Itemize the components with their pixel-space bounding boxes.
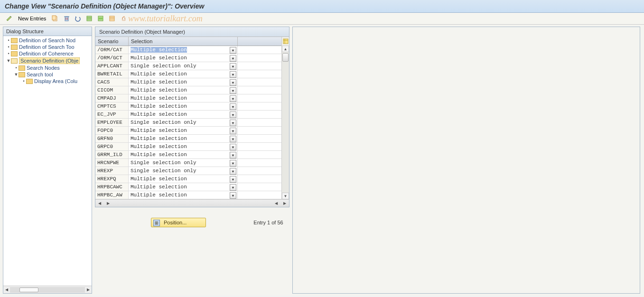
cell-selection[interactable]: Multiple selection▼ <box>129 127 238 134</box>
dropdown-icon[interactable]: ▼ <box>230 87 236 94</box>
deselect-all-icon[interactable] <box>108 14 116 23</box>
prev-col-icon[interactable]: ▶ <box>105 200 112 207</box>
table-row[interactable]: GRRM_ILDMultiple selection▼ <box>95 151 281 159</box>
cell-scenario[interactable]: HRPBCAWC <box>95 183 129 191</box>
cell-scenario[interactable]: HRCNPWE <box>95 159 129 167</box>
tree-item[interactable]: •Definition of Search Too <box>3 44 92 50</box>
last-col-icon[interactable]: ▶ <box>281 200 288 207</box>
cell-selection[interactable]: Multiple selection▼ <box>129 191 238 199</box>
dropdown-icon[interactable]: ▼ <box>230 55 236 62</box>
cell-selection[interactable]: Multiple selection▼ <box>129 102 238 110</box>
table-settings-icon[interactable] <box>282 37 289 46</box>
tree-item[interactable]: •Definition of Coherence <box>3 50 92 57</box>
cell-scenario[interactable]: GRRM_ILD <box>95 151 129 158</box>
dropdown-icon[interactable]: ▼ <box>230 63 236 70</box>
cell-selection[interactable]: Single selection only▼ <box>129 167 238 175</box>
table-row[interactable]: CMPTCSMultiple selection▼ <box>95 102 281 111</box>
scroll-thumb[interactable] <box>19 288 38 292</box>
tree-toggle-icon[interactable]: • <box>6 38 11 43</box>
dropdown-icon[interactable]: ▼ <box>230 128 236 134</box>
table-row[interactable]: HRPBC_AWMultiple selection▼ <box>95 191 281 199</box>
dropdown-icon[interactable]: ▼ <box>230 95 236 102</box>
table-row[interactable]: EMPLOYEESingle selection only▼ <box>95 119 281 127</box>
cell-selection[interactable]: Multiple selection▼ <box>129 183 238 191</box>
table-row[interactable]: HRPBCAWCMultiple selection▼ <box>95 183 281 191</box>
select-block-icon[interactable] <box>96 14 105 23</box>
cell-selection[interactable]: Multiple selection▼ <box>129 54 238 62</box>
table-vertical-scrollbar[interactable]: ▲ ▼ <box>282 46 289 199</box>
cell-selection[interactable]: Single selection only▼ <box>129 62 238 70</box>
tree-item[interactable]: •Search Nodes <box>3 65 92 71</box>
col-header-selection[interactable]: Selection <box>129 37 238 46</box>
cell-selection[interactable]: Single selection only▼ <box>129 159 238 167</box>
dropdown-icon[interactable]: ▼ <box>230 184 236 191</box>
undo-change-icon[interactable] <box>74 14 82 23</box>
cell-scenario[interactable]: /ORM/CAT <box>95 46 129 54</box>
cell-scenario[interactable]: APPLCANT <box>95 62 129 70</box>
col-header-scenario[interactable]: Scenario <box>95 37 129 46</box>
dropdown-icon[interactable]: ▼ <box>230 71 236 78</box>
scroll-left-icon[interactable]: ◀ <box>3 287 10 293</box>
first-col-icon[interactable]: ◀ <box>96 200 103 207</box>
table-row[interactable]: CACSMultiple selection▼ <box>95 78 281 86</box>
table-row[interactable]: FOPC0Multiple selection▼ <box>95 127 281 135</box>
vscroll-thumb[interactable] <box>282 53 289 62</box>
cell-scenario[interactable]: CMPTCS <box>95 102 129 110</box>
cell-scenario[interactable]: GRPC0 <box>95 143 129 150</box>
scroll-down-icon[interactable]: ▼ <box>282 193 289 199</box>
vscroll-track[interactable] <box>282 52 289 193</box>
cell-scenario[interactable]: CACS <box>95 78 129 86</box>
dropdown-icon[interactable]: ▼ <box>230 176 236 183</box>
cell-selection[interactable]: Multiple selection▼ <box>129 111 238 118</box>
delete-icon[interactable] <box>62 14 71 23</box>
cell-selection[interactable]: Multiple selection▼ <box>129 78 238 86</box>
dropdown-icon[interactable]: ▼ <box>230 103 236 110</box>
dropdown-icon[interactable]: ▼ <box>230 111 236 118</box>
table-row[interactable]: HRCNPWESingle selection only▼ <box>95 159 281 167</box>
tree-toggle-icon[interactable]: ▼ <box>14 72 19 77</box>
next-col-icon[interactable]: ◀ <box>273 200 280 207</box>
tree-toggle-icon[interactable]: • <box>6 51 11 56</box>
tree-toggle-icon[interactable]: • <box>6 45 11 49</box>
tree-toggle-icon[interactable]: • <box>21 79 26 84</box>
dropdown-icon[interactable]: ▼ <box>230 47 236 54</box>
position-button[interactable]: ⊞ Position... <box>151 218 206 227</box>
cell-scenario[interactable]: CMPADJ <box>95 94 129 102</box>
cell-selection[interactable]: Multiple selection▼ <box>129 70 238 78</box>
cell-selection[interactable]: Multiple selection▼ <box>129 94 238 102</box>
print-icon[interactable]: ⎙ <box>119 14 128 23</box>
scroll-right-icon[interactable]: ▶ <box>85 287 92 293</box>
cell-scenario[interactable]: HREXP <box>95 167 129 175</box>
table-row[interactable]: CMPADJMultiple selection▼ <box>95 94 281 102</box>
cell-scenario[interactable]: FOPC0 <box>95 127 129 134</box>
table-row[interactable]: GRPC0Multiple selection▼ <box>95 143 281 151</box>
table-horizontal-scrollbar[interactable]: ◀ ▶ ◀ ▶ <box>95 199 289 207</box>
table-row[interactable]: /ORM/CATMultiple selection▼ <box>95 46 281 54</box>
table-row[interactable]: /ORM/GCTMultiple selection▼ <box>95 54 281 62</box>
tree-item[interactable]: ▼Scenario Definition (Obje <box>3 57 92 65</box>
table-row[interactable]: BWRETAILMultiple selection▼ <box>95 70 281 78</box>
copy-as-icon[interactable] <box>51 14 59 23</box>
dropdown-icon[interactable]: ▼ <box>230 136 236 142</box>
tree-item[interactable]: •Display Area (Colu <box>3 78 92 84</box>
cell-selection[interactable]: Multiple selection▼ <box>129 86 238 94</box>
dropdown-icon[interactable]: ▼ <box>230 79 236 86</box>
cell-scenario[interactable]: CICOM <box>95 86 129 94</box>
cell-scenario[interactable]: /ORM/GCT <box>95 54 129 62</box>
dropdown-icon[interactable]: ▼ <box>230 160 236 167</box>
scroll-track[interactable] <box>10 287 85 293</box>
cell-selection[interactable]: Multiple selection▼ <box>129 143 238 150</box>
table-row[interactable]: CICOMMultiple selection▼ <box>95 86 281 94</box>
dropdown-icon[interactable]: ▼ <box>230 192 236 199</box>
scroll-up-icon[interactable]: ▲ <box>282 46 289 52</box>
dropdown-icon[interactable]: ▼ <box>230 120 236 126</box>
cell-selection[interactable]: Multiple selection▼ <box>129 151 238 158</box>
tree-item[interactable]: •Definition of Search Nod <box>3 37 92 44</box>
table-row[interactable]: APPLCANTSingle selection only▼ <box>95 62 281 70</box>
cell-selection[interactable]: Multiple selection▼ <box>129 46 238 54</box>
table-row[interactable]: GRFN0Multiple selection▼ <box>95 135 281 143</box>
new-entries-button[interactable]: New Entries <box>16 15 48 22</box>
tree-horizontal-scrollbar[interactable]: ◀ ▶ <box>3 286 92 293</box>
dropdown-icon[interactable]: ▼ <box>230 152 236 158</box>
cell-selection[interactable]: Multiple selection▼ <box>129 135 238 142</box>
